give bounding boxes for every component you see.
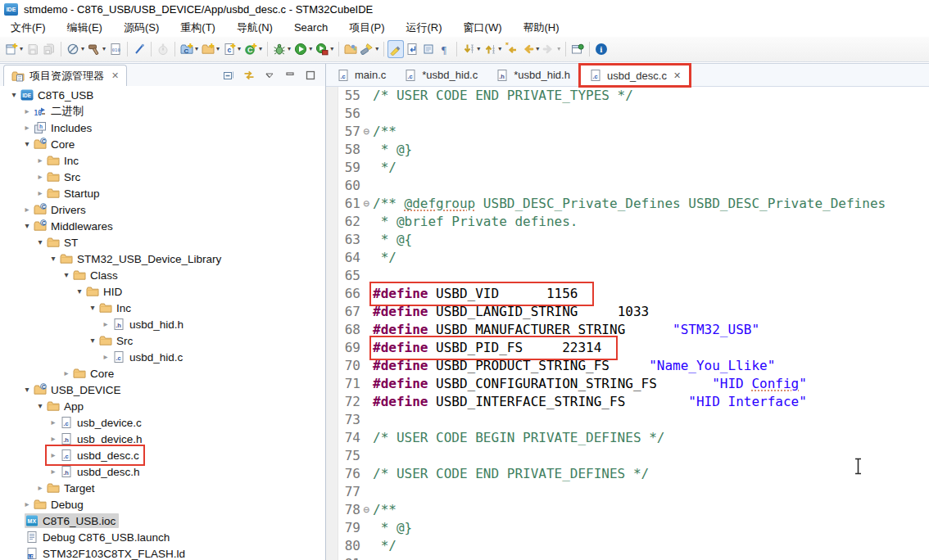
editor-tab-main.c[interactable]: .cmain.c [328,64,395,86]
profile-icon[interactable] [155,40,171,58]
tree-item-App[interactable]: ▾App [0,398,325,414]
chevron-right-icon[interactable]: ▸ [21,120,33,136]
open-element-icon[interactable] [342,40,359,58]
menu-item-2[interactable]: 编辑(E) [57,19,113,37]
menu-item-3[interactable]: 源码(S) [113,19,170,37]
chevron-right-icon[interactable]: ▸ [21,103,33,120]
tree-item-usb_device.h[interactable]: ▸.husb_device.h [0,431,325,447]
save-all-icon[interactable] [41,40,57,58]
tree-item-Middlewares[interactable]: ▾CMiddlewares [0,218,325,234]
chevron-right-icon[interactable]: ▸ [21,201,33,218]
debug-icon[interactable]: ▾ [271,40,292,58]
build-icon[interactable]: ▾ [86,40,107,58]
tree-item-STM32F103C8TX_FLASH.ld[interactable]: LDSTM32F103C8TX_FLASH.ld [0,545,325,560]
mark-occurrences-icon[interactable] [131,40,147,58]
new-c-file-icon[interactable]: c▾ [221,40,242,58]
block-selection-icon[interactable] [420,40,437,58]
menu-item-10[interactable]: 帮助(H) [512,19,569,37]
menu-item-5[interactable]: 导航(N) [226,19,283,37]
new-c-project-icon[interactable]: C▾ [179,40,200,58]
tree-item-usbd_desc.c[interactable]: ▸.cusbd_desc.c [0,447,325,463]
back-icon[interactable]: ▾ [519,40,541,58]
chevron-right-icon[interactable]: ▸ [48,463,59,480]
chevron-right-icon[interactable]: ▸ [48,447,59,463]
menu-item-1[interactable]: 文件(F) [0,19,57,37]
binary-output-icon[interactable]: 010 [107,40,124,58]
explorer-tab-close-icon[interactable]: ✕ [111,70,119,81]
run-icon[interactable]: ▾ [292,40,314,58]
tree-item-Core[interactable]: ▾CCore [0,136,325,152]
chevron-down-icon[interactable]: ▾ [8,87,20,103]
fold-collapse-icon[interactable]: ⊖ [360,501,373,519]
pin-editor-icon[interactable] [569,40,586,58]
editor-tab-usbd_hid.c[interactable]: .c*usbd_hid.c [395,64,487,86]
chevron-right-icon[interactable]: ▸ [48,414,59,431]
tree-item-Debug[interactable]: ▸Debug [0,496,325,513]
new-wizard-icon[interactable]: ▾ [3,40,25,58]
chevron-right-icon[interactable]: ▸ [61,365,72,382]
info-icon[interactable]: i [593,40,610,58]
tree-item-Target[interactable]: ▸Target [0,480,325,496]
close-icon[interactable]: ✕ [673,70,681,81]
chevron-right-icon[interactable]: ▸ [34,169,46,185]
link-with-editor-icon[interactable] [242,69,256,82]
chevron-right-icon[interactable]: ▸ [100,349,111,365]
show-whitespace-icon[interactable]: ¶ [437,40,453,58]
tree-item-Includes[interactable]: ▸hIncludes [0,120,325,136]
tree-item-usbd_desc.h[interactable]: ▸.husbd_desc.h [0,463,325,480]
tree-item-STM32_USB_Device_Library[interactable]: ▾STM32_USB_Device_Library [0,251,325,267]
search-icon[interactable]: ▾ [359,40,380,58]
source-quickmenu-icon[interactable] [404,40,420,58]
highlight-icon[interactable] [387,40,404,58]
tree-item-Drivers[interactable]: ▸CDrivers [0,201,325,218]
menu-item-6[interactable]: Search [283,20,338,35]
chevron-down-icon[interactable]: ▾ [21,382,33,398]
view-menu-icon[interactable] [263,69,276,82]
editor-tab-usbd_desc.c[interactable]: .cusbd_desc.c✕ [579,64,691,87]
tree-item-Class[interactable]: ▾Class [0,267,325,283]
new-class-icon[interactable]: C▾ [242,40,264,58]
tree-item-usb_device.c[interactable]: ▸.cusb_device.c [0,414,325,431]
fold-collapse-icon[interactable]: ⊖ [360,195,373,213]
chevron-down-icon[interactable]: ▾ [87,332,98,349]
tab-project-explorer[interactable]: 项目资源管理器 ✕ [3,65,127,86]
chevron-right-icon[interactable]: ▸ [48,431,59,447]
tree-item--[interactable]: ▸10二进制 [0,103,325,120]
new-cpp-project-icon[interactable]: ▾ [200,40,221,58]
tree-item-HID[interactable]: ▾HID [0,283,325,300]
tree-item-Src[interactable]: ▸Src [0,169,325,185]
chevron-down-icon[interactable]: ▾ [61,267,72,283]
chevron-down-icon[interactable]: ▾ [87,300,98,316]
save-icon[interactable] [25,40,41,58]
tree-item-ST[interactable]: ▾ST [0,234,325,251]
chevron-right-icon[interactable]: ▸ [100,316,111,332]
chevron-right-icon[interactable]: ▸ [34,185,46,201]
menu-item-4[interactable]: 重构(T) [170,19,226,37]
tree-item-C8T6_USB.ioc[interactable]: MXC8T6_USB.ioc [0,513,325,529]
chevron-right-icon[interactable]: ▸ [21,496,33,513]
chevron-down-icon[interactable]: ▾ [21,136,33,152]
menu-item-7[interactable]: 项目(P) [338,19,395,37]
skip-breakpoints-icon[interactable]: ▾ [65,40,86,58]
tree-item-Core[interactable]: ▸Core [0,365,325,382]
chevron-down-icon[interactable]: ▾ [34,398,46,414]
forward-icon[interactable]: ▾ [541,40,562,58]
chevron-down-icon[interactable]: ▾ [34,234,46,251]
chevron-down-icon[interactable]: ▾ [74,283,85,300]
tree-item-Src[interactable]: ▾Src [0,332,325,349]
next-annotation-icon[interactable]: ▾ [460,40,482,58]
tree-item-usbd_hid.c[interactable]: ▸.cusbd_hid.c [0,349,325,365]
collapse-all-icon[interactable] [222,69,235,82]
tree-item-C8T6_USB[interactable]: ▾IDEC8T6_USB [0,87,325,103]
tree-item-USB_DEVICE[interactable]: ▾CUSB_DEVICE [0,382,325,398]
prev-annotation-icon[interactable]: ▾ [482,40,503,58]
minimize-icon[interactable] [283,69,297,82]
tree-item-Startup[interactable]: ▸Startup [0,185,325,201]
tree-item-usbd_hid.h[interactable]: ▸.husbd_hid.h [0,316,325,332]
editor-tab-usbd_hid.h[interactable]: .h*usbd_hid.h [487,64,579,86]
menu-item-9[interactable]: 窗口(W) [453,19,513,37]
last-edit-location-icon[interactable]: * [503,40,519,58]
code-editor[interactable]: 55/* USER CODE END PRIVATE_TYPES */5657⊖… [326,87,929,560]
chevron-right-icon[interactable]: ▸ [34,152,46,169]
external-tools-icon[interactable]: ▾ [314,40,335,58]
